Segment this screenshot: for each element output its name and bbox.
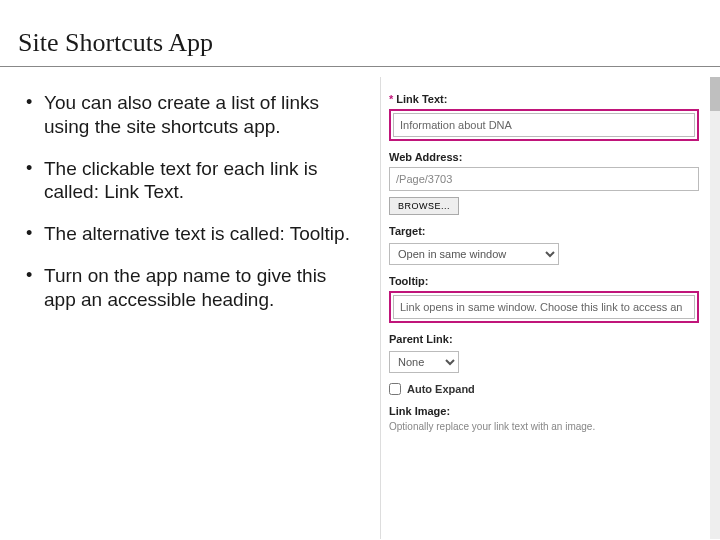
- form-panel: *Link Text: Web Address: BROWSE... Targe…: [380, 77, 714, 539]
- left-column: You can also create a list of links usin…: [0, 77, 370, 539]
- browse-button[interactable]: BROWSE...: [389, 197, 459, 215]
- list-item: Turn on the app name to give this app an…: [22, 264, 360, 312]
- link-image-label: Link Image:: [389, 405, 699, 417]
- web-address-input[interactable]: [389, 167, 699, 191]
- target-select[interactable]: Open in same window: [389, 243, 559, 265]
- required-icon: *: [389, 93, 393, 105]
- auto-expand-label: Auto Expand: [407, 383, 475, 395]
- link-text-highlight: [389, 109, 699, 141]
- parent-link-label: Parent Link:: [389, 333, 699, 345]
- bullet-list: You can also create a list of links usin…: [22, 91, 360, 311]
- link-text-label: *Link Text:: [389, 93, 699, 105]
- list-item: The clickable text for each link is call…: [22, 157, 360, 205]
- scrollbar-track[interactable]: [710, 77, 720, 539]
- scrollbar-thumb[interactable]: [710, 77, 720, 111]
- tooltip-label: Tooltip:: [389, 275, 699, 287]
- auto-expand-row: Auto Expand: [389, 383, 699, 395]
- page-title: Site Shortcuts App: [0, 0, 720, 67]
- right-column: *Link Text: Web Address: BROWSE... Targe…: [370, 77, 720, 539]
- web-address-label: Web Address:: [389, 151, 699, 163]
- tooltip-highlight: [389, 291, 699, 323]
- content-row: You can also create a list of links usin…: [0, 77, 720, 539]
- tooltip-input[interactable]: [393, 295, 695, 319]
- list-item: You can also create a list of links usin…: [22, 91, 360, 139]
- parent-link-select[interactable]: None: [389, 351, 459, 373]
- target-label: Target:: [389, 225, 699, 237]
- list-item: The alternative text is called: Tooltip.: [22, 222, 360, 246]
- auto-expand-checkbox[interactable]: [389, 383, 401, 395]
- link-text-input[interactable]: [393, 113, 695, 137]
- link-image-help: Optionally replace your link text with a…: [389, 421, 699, 432]
